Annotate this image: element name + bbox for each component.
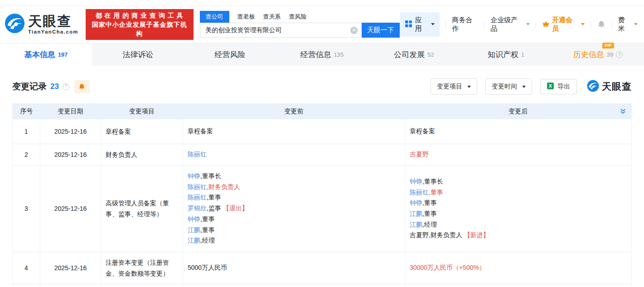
- cell-line: 吉夏野: [410, 149, 627, 160]
- top-nav: 应用 商务合作 企业级产品 开通会员: [400, 12, 638, 37]
- tianyancha-logo-icon: [587, 80, 599, 94]
- filter-button-1[interactable]: 变更时间: [485, 78, 532, 95]
- person-link[interactable]: 江鹏: [410, 210, 422, 217]
- search-tabs: 查公司查老板查关系查风险: [200, 11, 400, 23]
- section-header: 变更记录 23 ? 变更项目变更时间 导出: [12, 77, 632, 97]
- person-link[interactable]: 陈丽红: [188, 183, 207, 190]
- search-tab-3[interactable]: 查风险: [289, 11, 307, 23]
- person-link[interactable]: 江鹏: [410, 221, 422, 228]
- subscribe-bell-button[interactable]: [74, 80, 90, 93]
- collapse-double-chevron-icon[interactable]: [620, 108, 626, 116]
- cell-date: 2025-12-16: [40, 144, 101, 165]
- text: ,董事: [200, 226, 215, 233]
- cell-line: 罗锦欣,监事 【退出】: [188, 203, 400, 214]
- section-count: 23: [50, 82, 59, 91]
- tab-3[interactable]: 经营信息135: [276, 44, 368, 66]
- cell-line: 钟铮,董事: [188, 214, 400, 225]
- tab-count: 39: [607, 51, 613, 58]
- cell-line: 江鹏,董事: [410, 209, 627, 219]
- change-records-table: 序号变更日期变更项目变更前变更后 12025-12-16章程备案章程备案章程备案…: [12, 103, 632, 287]
- tab-label: 知识产权: [488, 49, 518, 60]
- text: ,经理: [200, 237, 215, 244]
- person-link[interactable]: 罗锦欣: [188, 204, 207, 212]
- section-actions: 变更项目变更时间 导出: [431, 78, 632, 95]
- tab-label: 经营信息: [300, 49, 331, 60]
- cell-item: 章程备案: [101, 119, 183, 144]
- caret-down-icon: [522, 86, 526, 88]
- nav-enterprise[interactable]: 企业级产品: [490, 16, 530, 33]
- cell-line: 5000万人民币: [188, 263, 400, 273]
- cell-line: 吉夏野,财务负责人 【新进】: [410, 230, 627, 241]
- text: 5000万人民币: [188, 264, 227, 271]
- cell-line: 江鹏,董事: [188, 225, 400, 236]
- clear-icon[interactable]: ✕: [350, 27, 358, 34]
- caret-down-icon: [467, 86, 471, 88]
- col-header-0: 序号: [13, 103, 40, 119]
- apps-grid-icon: [405, 20, 412, 29]
- text: ,董事: [200, 215, 215, 223]
- search-tab-0[interactable]: 查公司: [200, 11, 229, 23]
- vip-crown-icon: [542, 20, 550, 29]
- filter-button-0[interactable]: 变更项目: [431, 78, 477, 95]
- divider: [591, 21, 591, 28]
- search-input[interactable]: [200, 27, 362, 34]
- nav-open-vip[interactable]: 开通会员: [542, 16, 585, 33]
- text: 章程备案: [410, 127, 435, 135]
- tab-2[interactable]: 经营风险: [184, 44, 276, 66]
- col-header-3: 变更前: [183, 103, 405, 119]
- tab-1[interactable]: 法律诉讼: [92, 44, 184, 66]
- help-icon[interactable]: ?: [63, 83, 69, 90]
- person-link[interactable]: 陈丽红: [188, 194, 207, 201]
- export-button[interactable]: 导出: [540, 79, 577, 94]
- cell-date: 2025-12-16: [40, 165, 101, 252]
- changed-text: 【退出】: [223, 204, 248, 212]
- person-link[interactable]: 钟铮: [410, 199, 422, 206]
- search-tab-1[interactable]: 查老板: [237, 11, 255, 23]
- person-link[interactable]: 钟铮: [410, 178, 422, 185]
- tab-6[interactable]: 历史信息VIP39?: [552, 44, 644, 66]
- person-link[interactable]: 钟铮: [188, 215, 200, 223]
- search-button[interactable]: 天眼一下: [362, 23, 400, 38]
- cell-item: 财务负责人: [101, 144, 183, 165]
- search-block: 查公司查老板查关系查风险 ✕ 天眼一下: [200, 11, 400, 38]
- tab-0[interactable]: 基本信息197: [0, 44, 92, 66]
- help-icon[interactable]: ?: [616, 51, 623, 58]
- cell-no: 2: [13, 144, 40, 165]
- search-tab-2[interactable]: 查关系: [263, 11, 281, 23]
- slogan-line1: 都 在 用 的 商 业 查 询 工 具: [90, 11, 189, 20]
- tab-5[interactable]: 知识产权1: [460, 44, 552, 66]
- text: ,监事: [207, 204, 223, 212]
- col-header-4: 变更后: [405, 103, 632, 119]
- nav-user-menu[interactable]: 费米: [618, 16, 638, 33]
- person-link[interactable]: 钟铮: [188, 172, 200, 180]
- tab-4[interactable]: 公司发展52: [368, 44, 460, 66]
- col-header-1: 变更日期: [40, 103, 101, 119]
- cell-line: 江鹏,经理: [410, 219, 627, 230]
- tab-label: 经营风险: [215, 49, 246, 60]
- text: ,董事: [422, 199, 437, 206]
- changed-text: 【新进】: [464, 231, 489, 238]
- table-header-row: 序号变更日期变更项目变更前变更后: [13, 103, 632, 119]
- cell-before: 章程备案: [183, 119, 405, 144]
- cell-line: 30000万人民币（+500%）: [410, 263, 627, 273]
- notification-bell-icon[interactable]: [597, 20, 606, 29]
- tab-label: 基本信息: [24, 49, 55, 60]
- apps-menu-button[interactable]: 应用: [400, 12, 440, 37]
- nav-cooperation[interactable]: 商务合作: [452, 16, 478, 33]
- tianyancha-logo[interactable]: 天眼查 TianYanCha.com: [5, 13, 78, 35]
- tab-count: 52: [427, 51, 434, 58]
- cell-date: 2025-12-16: [40, 119, 101, 144]
- person-link[interactable]: 陈丽红: [188, 151, 207, 158]
- text: 吉夏野,财务负责人: [410, 231, 464, 238]
- brand-name: 天眼查: [28, 14, 78, 29]
- person-link[interactable]: 江鹏: [188, 226, 200, 233]
- watermark-logo: 天眼查: [587, 80, 632, 94]
- main-content: 变更记录 23 ? 变更项目变更时间 导出: [0, 77, 644, 287]
- cell-no: 4: [13, 252, 40, 284]
- changed-text: ,财务负责人: [207, 183, 240, 190]
- page-tabs: 基本信息197法律诉讼经营风险经营信息135公司发展52知识产权1历史信息VIP…: [0, 43, 644, 66]
- col-header-2: 变更项目: [101, 103, 183, 119]
- person-link[interactable]: 江鹏: [188, 237, 200, 244]
- cell-item: 高级管理人员备案（董事、监事、经理等）: [101, 165, 183, 252]
- person-link[interactable]: 陈丽红: [410, 189, 429, 196]
